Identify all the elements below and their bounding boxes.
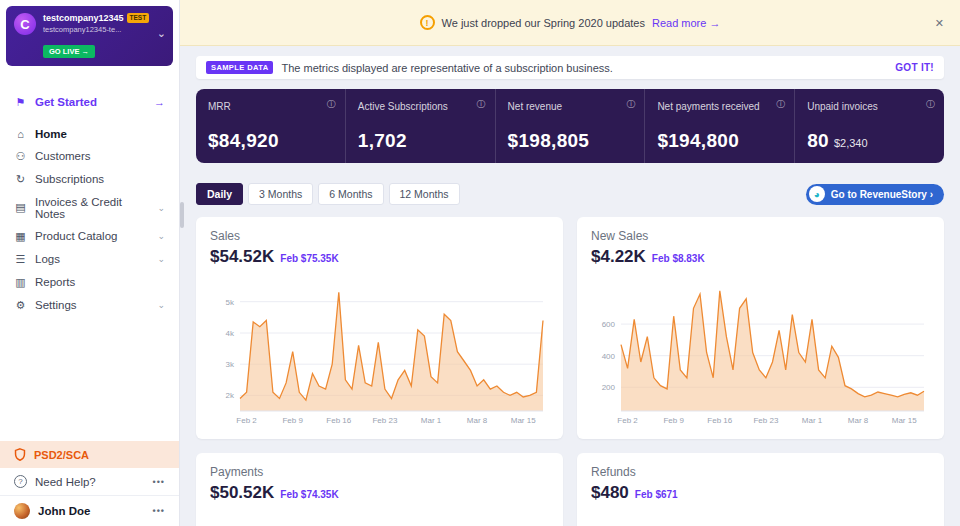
sidebar-nav: ⚑ Get Started → ⌂ Home ⚇ Customers ↻ Sub… xyxy=(0,72,179,317)
charts-grid: Sales $54.52K Feb $75.35K 2k3k4k5kFeb 2F… xyxy=(196,217,944,526)
announcement-banner: ! We just dropped our Spring 2020 update… xyxy=(180,0,960,46)
gear-icon: ⚙ xyxy=(14,299,27,312)
svg-text:5k: 5k xyxy=(226,298,235,307)
sidebar-item-user[interactable]: John Doe ••• xyxy=(0,495,179,526)
chart-sub-value: Feb $74.35K xyxy=(280,489,338,500)
sidebar-nav-list: ⌂ Home ⚇ Customers ↻ Subscriptions ▤ Inv… xyxy=(0,123,179,317)
reports-icon: ▥ xyxy=(14,276,27,289)
info-icon[interactable]: ⓘ xyxy=(776,98,785,111)
chart-svg: 2k3k4k5kFeb 2Feb 9Feb 16Feb 23Mar 1Mar 8… xyxy=(210,513,549,526)
sidebar-item-label: Reports xyxy=(35,276,75,288)
sidebar-item-need-help[interactable]: ? Need Help? ••• xyxy=(0,468,179,495)
close-icon[interactable]: ✕ xyxy=(935,16,944,29)
filter-row: Daily 3 Months 6 Months 12 Months ◕ Go t… xyxy=(196,183,944,205)
svg-text:4k: 4k xyxy=(226,329,235,338)
metric-active-subscriptions: Active Subscriptions ⓘ 1,702 xyxy=(345,89,495,163)
go-live-button[interactable]: GO LIVE → xyxy=(43,45,95,58)
invoice-icon: ▤ xyxy=(14,201,27,214)
svg-text:400: 400 xyxy=(602,352,616,361)
shield-icon xyxy=(14,448,26,461)
scrollbar[interactable] xyxy=(180,202,184,228)
svg-text:200: 200 xyxy=(602,383,616,392)
svg-text:Feb 2: Feb 2 xyxy=(236,416,257,425)
sidebar-item-label: Subscriptions xyxy=(35,173,104,185)
info-icon[interactable]: ⓘ xyxy=(926,98,935,111)
main-area: ! We just dropped our Spring 2020 update… xyxy=(180,0,960,526)
period-tabs: Daily 3 Months 6 Months 12 Months xyxy=(196,183,460,205)
sidebar-item-reports[interactable]: ▥ Reports xyxy=(0,271,179,294)
sidebar-footer: PSD2/SCA ? Need Help? ••• John Doe ••• xyxy=(0,441,179,526)
tab-daily[interactable]: Daily xyxy=(196,183,243,205)
metric-value: $198,805 xyxy=(508,130,590,152)
info-icon[interactable]: ⓘ xyxy=(327,98,336,111)
svg-text:600: 600 xyxy=(602,320,616,329)
sidebar-item-get-started[interactable]: ⚑ Get Started → xyxy=(0,90,179,115)
chart-value: $480 xyxy=(591,483,629,503)
metric-value: $84,920 xyxy=(208,130,279,152)
test-badge: TEST xyxy=(127,13,150,23)
payments-chart: 2k3k4k5kFeb 2Feb 9Feb 16Feb 23Mar 1Mar 8… xyxy=(210,513,549,526)
company-logo: C xyxy=(14,13,36,35)
info-icon[interactable]: ⓘ xyxy=(626,98,635,111)
subscriptions-icon: ↻ xyxy=(14,173,27,186)
refunds-chart: 204060Feb 2Feb 9Feb 16Feb 23Mar 1Mar 8Ma… xyxy=(591,513,930,526)
chart-value: $54.52K xyxy=(210,247,274,267)
chevron-down-icon: ⌄ xyxy=(157,300,165,310)
tab-12-months[interactable]: 12 Months xyxy=(389,183,460,205)
metric-sub-value: $2,340 xyxy=(834,137,868,149)
metric-label: Net payments received xyxy=(657,100,782,113)
catalog-icon: ▦ xyxy=(14,230,27,243)
chart-svg: 2k3k4k5kFeb 2Feb 9Feb 16Feb 23Mar 1Mar 8… xyxy=(210,277,549,427)
sidebar-item-label: Product Catalog xyxy=(35,230,117,242)
chart-title: Payments xyxy=(210,465,549,479)
chart-value: $50.52K xyxy=(210,483,274,503)
revenuestory-label: Go to RevenueStory › xyxy=(831,189,933,200)
got-it-button[interactable]: GOT IT! xyxy=(895,62,934,73)
payments-card: Payments $50.52K Feb $74.35K 2k3k4k5kFeb… xyxy=(196,453,563,526)
sidebar-item-settings[interactable]: ⚙ Settings ⌄ xyxy=(0,294,179,317)
sidebar-item-label: Logs xyxy=(35,253,60,265)
chevron-down-icon[interactable]: ⌄ xyxy=(157,26,166,39)
sidebar-item-psd2-sca[interactable]: PSD2/SCA xyxy=(0,441,179,468)
chart-value: $4.22K xyxy=(591,247,646,267)
chart-svg: 204060Feb 2Feb 9Feb 16Feb 23Mar 1Mar 8Ma… xyxy=(591,513,930,526)
svg-text:Mar 1: Mar 1 xyxy=(421,416,442,425)
org-switcher[interactable]: C testcompany12345TEST testcompany12345-… xyxy=(6,6,173,66)
svg-text:Mar 15: Mar 15 xyxy=(892,416,917,425)
read-more-link[interactable]: Read more → xyxy=(652,17,720,29)
home-icon: ⌂ xyxy=(14,128,27,140)
svg-text:Feb 2: Feb 2 xyxy=(617,416,638,425)
need-help-label: Need Help? xyxy=(35,476,96,488)
revenuestory-button[interactable]: ◕ Go to RevenueStory › xyxy=(806,184,944,205)
alert-icon: ! xyxy=(420,15,435,30)
tab-3-months[interactable]: 3 Months xyxy=(248,183,313,205)
sidebar-item-logs[interactable]: ☰ Logs ⌄ xyxy=(0,248,179,271)
sidebar-item-customers[interactable]: ⚇ Customers xyxy=(0,145,179,168)
svg-text:Feb 16: Feb 16 xyxy=(326,416,351,425)
metric-label: Net revenue xyxy=(508,100,633,113)
arrow-right-icon: → xyxy=(154,96,165,108)
sales-card: Sales $54.52K Feb $75.35K 2k3k4k5kFeb 2F… xyxy=(196,217,563,439)
org-meta: testcompany12345TEST testcompany12345-te… xyxy=(43,13,149,59)
sidebar-item-home[interactable]: ⌂ Home xyxy=(0,123,179,145)
svg-text:Feb 16: Feb 16 xyxy=(707,416,732,425)
chart-title: Refunds xyxy=(591,465,930,479)
more-menu-icon[interactable]: ••• xyxy=(153,506,165,516)
metric-mrr: MRR ⓘ $84,920 xyxy=(196,89,345,163)
chart-title: New Sales xyxy=(591,229,930,243)
metric-label: MRR xyxy=(208,100,333,113)
sidebar-item-product-catalog[interactable]: ▦ Product Catalog ⌄ xyxy=(0,225,179,248)
sidebar-item-subscriptions[interactable]: ↻ Subscriptions xyxy=(0,168,179,191)
info-icon[interactable]: ⓘ xyxy=(477,98,486,111)
sidebar-item-label: Invoices & Credit Notes xyxy=(35,196,149,220)
chevron-down-icon: ⌄ xyxy=(157,254,165,264)
sidebar-item-invoices[interactable]: ▤ Invoices & Credit Notes ⌄ xyxy=(0,191,179,225)
sample-data-bar: SAMPLE DATA The metrics displayed are re… xyxy=(196,56,944,79)
svg-text:Mar 8: Mar 8 xyxy=(467,416,488,425)
tab-6-months[interactable]: 6 Months xyxy=(318,183,383,205)
sidebar: C testcompany12345TEST testcompany12345-… xyxy=(0,0,180,526)
more-menu-icon[interactable]: ••• xyxy=(153,477,165,487)
svg-text:Mar 15: Mar 15 xyxy=(511,416,536,425)
sidebar-item-label: Settings xyxy=(35,299,77,311)
metric-value: 1,702 xyxy=(358,130,407,152)
